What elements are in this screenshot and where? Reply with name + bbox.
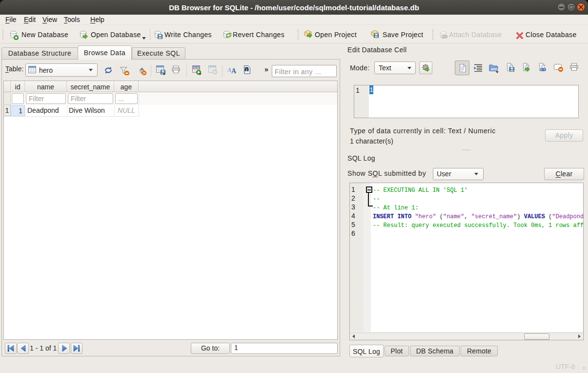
svg-text:A: A: [231, 67, 237, 75]
svg-text:A: A: [227, 66, 231, 73]
